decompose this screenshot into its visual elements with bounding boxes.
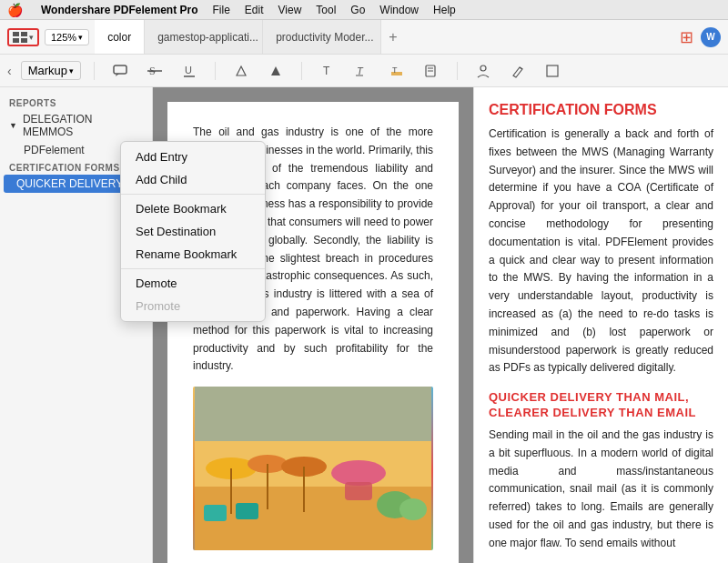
ctx-demote[interactable]: Demote <box>121 272 265 295</box>
highlight-icon[interactable]: T <box>384 61 410 81</box>
menu-file[interactable]: File <box>213 4 230 16</box>
strikethrough-icon[interactable]: S <box>142 61 167 81</box>
pdf-image <box>193 387 433 550</box>
eraser-fill-icon[interactable] <box>263 61 288 81</box>
svg-text:U: U <box>185 65 192 75</box>
svg-rect-3 <box>21 38 27 43</box>
svg-point-31 <box>331 460 386 486</box>
svg-text:T: T <box>323 65 330 77</box>
layout-button[interactable]: ▾ <box>7 28 39 46</box>
tab-bar: color gamestop-applicati... productivity… <box>95 20 671 54</box>
right-delivery-heading: QUICKER DELIVERY THAN MAIL, CLEARER DELI… <box>489 390 713 421</box>
ctx-delete-bookmark[interactable]: Delete Bookmark <box>121 197 265 220</box>
frame-icon[interactable] <box>540 61 565 81</box>
sidebar-delegation-label: DELEGATION MEMMOS <box>23 113 143 138</box>
ctx-separator-2 <box>121 268 265 269</box>
sidebar-quicker-label: QUICKER DELIVERY <box>16 177 123 190</box>
tab-color[interactable]: color <box>95 20 145 54</box>
secondary-toolbar: ‹ Markup ▾ S U T T T <box>0 55 728 87</box>
tab-gamestop[interactable]: gamestop-applicati... <box>145 20 263 54</box>
svg-rect-22 <box>547 65 558 76</box>
user-avatar[interactable]: W <box>701 27 721 47</box>
svg-marker-11 <box>271 66 280 75</box>
sidebar-pdfelement-label: PDFelement <box>24 144 85 156</box>
chevron-down-icon: ▼ <box>9 121 17 130</box>
right-cert-heading: CERTIFICATION FORMS <box>489 102 713 118</box>
sidebar: REPORTS ▼ DELEGATION MEMMOS PDFelement C… <box>0 87 153 563</box>
zoom-control[interactable]: 125% ▾ <box>45 29 89 45</box>
context-menu-overlay: Add Entry Add Child Delete Bookmark Set … <box>120 141 266 322</box>
menu-tool[interactable]: Tool <box>316 4 336 16</box>
toolbar-separator-3 <box>301 62 302 80</box>
nav-back-button[interactable]: ‹ <box>7 64 12 78</box>
context-menu: Add Entry Add Child Delete Bookmark Set … <box>120 141 266 322</box>
svg-rect-0 <box>13 32 19 36</box>
svg-rect-36 <box>204 505 227 521</box>
toolbar-separator-4 <box>457 62 458 80</box>
tab-add-button[interactable]: + <box>381 29 404 45</box>
app-name: Wondershare PDFelement Pro <box>41 4 198 16</box>
svg-line-21 <box>520 67 522 69</box>
eraser-icon[interactable] <box>228 61 254 81</box>
beach-scene-svg <box>193 387 433 550</box>
svg-rect-4 <box>114 65 126 74</box>
layout-icon <box>13 32 27 43</box>
ctx-separator-1 <box>121 194 265 195</box>
toolbar: ▾ 125% ▾ color gamestop-applicati... pro… <box>0 20 728 55</box>
markup-dropdown[interactable]: Markup ▾ <box>21 61 81 80</box>
svg-rect-2 <box>13 38 19 43</box>
menu-help[interactable]: Help <box>433 4 456 16</box>
apple-menu[interactable]: 🍎 <box>7 3 23 17</box>
sidebar-heading-reports: REPORTS <box>0 95 152 110</box>
menubar: 🍎 Wondershare PDFelement Pro File Edit V… <box>0 0 728 20</box>
comment-icon[interactable] <box>107 61 133 81</box>
main-layout: REPORTS ▼ DELEGATION MEMMOS PDFelement C… <box>0 87 728 563</box>
menu-go[interactable]: Go <box>350 4 365 16</box>
svg-text:T: T <box>392 65 398 75</box>
text-alt-icon[interactable]: T <box>349 61 375 81</box>
toolbar-separator-2 <box>215 62 216 80</box>
right-delivery-body: Sending mail in the oil and the gas indu… <box>489 427 713 553</box>
svg-point-35 <box>399 498 427 520</box>
person-icon[interactable] <box>470 61 496 81</box>
ctx-set-destination[interactable]: Set Destination <box>121 220 265 243</box>
svg-rect-1 <box>21 32 27 36</box>
right-cert-body: Certification is generally a back and fo… <box>489 126 713 377</box>
zoom-value: 125% <box>51 32 76 43</box>
grid-icon[interactable]: ⊞ <box>680 27 693 47</box>
toolbar-separator-1 <box>94 62 95 80</box>
svg-rect-32 <box>345 482 372 500</box>
pdf-page-right: CERTIFICATION FORMS Certification is gen… <box>473 87 728 563</box>
layout-arrow: ▾ <box>29 33 34 42</box>
text-icon[interactable]: T <box>315 61 340 81</box>
svg-rect-33 <box>195 387 431 441</box>
markup-arrow-icon: ▾ <box>69 66 74 75</box>
pen-icon[interactable] <box>505 61 531 81</box>
menu-view[interactable]: View <box>278 4 302 16</box>
underline-icon[interactable]: U <box>177 61 202 81</box>
tab-productivity[interactable]: productivity Moder... <box>263 20 381 54</box>
markup-label: Markup <box>28 64 67 77</box>
svg-text:T: T <box>357 65 364 76</box>
menu-window[interactable]: Window <box>379 4 419 16</box>
ctx-add-child[interactable]: Add Child <box>121 168 265 191</box>
svg-marker-10 <box>237 66 246 75</box>
zoom-arrow: ▾ <box>78 33 83 42</box>
sidebar-item-delegation[interactable]: ▼ DELEGATION MEMMOS <box>0 110 152 141</box>
ctx-rename-bookmark[interactable]: Rename Bookmark <box>121 243 265 266</box>
ctx-add-entry[interactable]: Add Entry <box>121 146 265 168</box>
ctx-promote: Promote <box>121 295 265 317</box>
svg-rect-37 <box>236 503 258 519</box>
svg-point-20 <box>480 65 486 71</box>
note-icon[interactable] <box>419 61 444 81</box>
menu-edit[interactable]: Edit <box>245 4 264 16</box>
